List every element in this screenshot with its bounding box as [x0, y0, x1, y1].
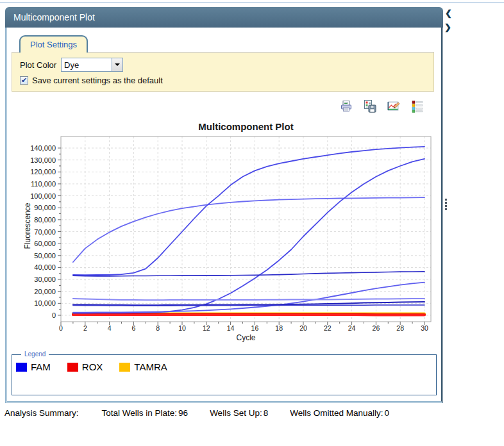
- svg-text:110,000: 110,000: [31, 180, 56, 188]
- window-title: Multicomponent Plot: [13, 12, 95, 22]
- chevron-right-icon: ❯: [444, 22, 451, 32]
- legend-toggle-icon: [410, 99, 424, 113]
- plot-settings-box: Plot Color Dye ✔ Save current settings a…: [12, 52, 434, 92]
- status-analysis-summary: Analysis Summary:: [4, 408, 80, 418]
- svg-text:20: 20: [299, 324, 307, 332]
- svg-text:14: 14: [227, 324, 235, 332]
- svg-text:100,000: 100,000: [30, 192, 56, 200]
- edit-plot-button[interactable]: [387, 99, 401, 113]
- legend-box: Legend FAM ROX TAMRA: [12, 354, 437, 395]
- top-divider-line: [0, 2, 504, 3]
- print-icon: [339, 99, 353, 113]
- svg-text:10: 10: [178, 324, 186, 332]
- svg-text:10,000: 10,000: [34, 299, 56, 307]
- plot-color-select[interactable]: Dye: [61, 58, 123, 72]
- fam-color-swatch: [16, 363, 27, 372]
- save-default-label[interactable]: Save current settings as the default: [32, 76, 163, 85]
- svg-text:50,000: 50,000: [34, 252, 56, 260]
- legend-label-fam: FAM: [31, 361, 51, 372]
- svg-text:4: 4: [108, 324, 112, 332]
- status-wells-omitted: Wells Omitted Manually:0: [290, 408, 389, 418]
- expand-panel-right-button[interactable]: ❯: [444, 22, 451, 32]
- combo-dropdown-button[interactable]: [112, 58, 122, 71]
- plot-settings-group: Plot Settings Plot Color Dye ✔ Save curr…: [12, 35, 434, 92]
- svg-text:18: 18: [275, 324, 283, 332]
- svg-text:0: 0: [59, 324, 63, 332]
- tab-plot-settings-label: Plot Settings: [30, 40, 77, 49]
- save-plot-button[interactable]: [363, 99, 377, 113]
- svg-text:70,000: 70,000: [34, 228, 56, 236]
- analysis-summary-statusbar: Analysis Summary: Total Wells in Plate:9…: [4, 408, 389, 418]
- svg-text:Fluorescence: Fluorescence: [23, 202, 32, 249]
- svg-text:80,000: 80,000: [34, 216, 56, 224]
- app-canvas: { "window": { "title": "Multicomponent P…: [0, 0, 504, 446]
- svg-text:8: 8: [156, 324, 160, 332]
- panel-body: Plot Settings Plot Color Dye ✔ Save curr…: [5, 28, 443, 403]
- svg-text:16: 16: [251, 324, 259, 332]
- svg-text:20,000: 20,000: [34, 288, 56, 295]
- multicomponent-plot-chart[interactable]: Multicomponent Plot010,00020,00030,00040…: [7, 116, 441, 352]
- svg-text:40,000: 40,000: [34, 263, 56, 271]
- tamra-color-swatch: [119, 363, 130, 372]
- svg-text:26: 26: [373, 324, 380, 332]
- svg-text:60,000: 60,000: [34, 240, 56, 247]
- svg-text:6: 6: [131, 324, 135, 332]
- svg-text:22: 22: [324, 324, 332, 332]
- window-titlebar: Multicomponent Plot: [5, 7, 443, 28]
- svg-text:30,000: 30,000: [34, 276, 56, 283]
- legend-label-tamra: TAMRA: [134, 361, 167, 372]
- status-total-wells: Total Wells in Plate:96: [102, 408, 189, 418]
- svg-text:28: 28: [396, 324, 404, 332]
- print-button[interactable]: [339, 99, 353, 113]
- svg-text:130,000: 130,000: [30, 156, 56, 164]
- svg-text:30: 30: [421, 324, 428, 332]
- legend-item-rox: ROX: [67, 361, 103, 372]
- legend-item-tamra: TAMRA: [119, 361, 167, 372]
- save-default-checkbox[interactable]: ✔: [20, 76, 28, 85]
- svg-text:12: 12: [203, 324, 210, 332]
- legend-label-rox: ROX: [82, 361, 103, 372]
- rox-color-swatch: [67, 363, 78, 372]
- save-plot-image-icon: [363, 99, 377, 113]
- multicomponent-plot-panel: Multicomponent Plot Plot Settings Plot C…: [5, 7, 443, 403]
- svg-text:Multicomponent Plot: Multicomponent Plot: [198, 121, 293, 132]
- svg-text:120,000: 120,000: [30, 168, 56, 176]
- splitter-grip-handle[interactable]: [445, 199, 447, 210]
- plot-toolbar: [339, 99, 424, 113]
- legend-item-fam: FAM: [16, 361, 51, 372]
- svg-text:Cycle: Cycle: [236, 333, 255, 342]
- svg-text:2: 2: [83, 324, 87, 332]
- plot-color-label: Plot Color: [20, 60, 56, 70]
- svg-text:90,000: 90,000: [34, 204, 56, 211]
- svg-text:24: 24: [348, 324, 356, 332]
- chevron-left-icon: ❮: [445, 8, 452, 18]
- legend-toggle-button[interactable]: [410, 99, 424, 113]
- edit-plot-icon: [387, 99, 401, 113]
- tab-plot-settings[interactable]: Plot Settings: [19, 35, 88, 53]
- plot-area[interactable]: Multicomponent Plot010,00020,00030,00040…: [7, 116, 441, 352]
- collapse-panel-left-button[interactable]: ❮: [445, 8, 452, 18]
- chevron-down-icon: [115, 63, 120, 66]
- plot-color-selected-value: Dye: [62, 60, 112, 70]
- svg-text:0: 0: [52, 311, 56, 319]
- legend-box-title: Legend: [21, 351, 49, 358]
- svg-text:140,000: 140,000: [30, 144, 56, 152]
- status-wells-set-up: Wells Set Up:8: [210, 408, 268, 418]
